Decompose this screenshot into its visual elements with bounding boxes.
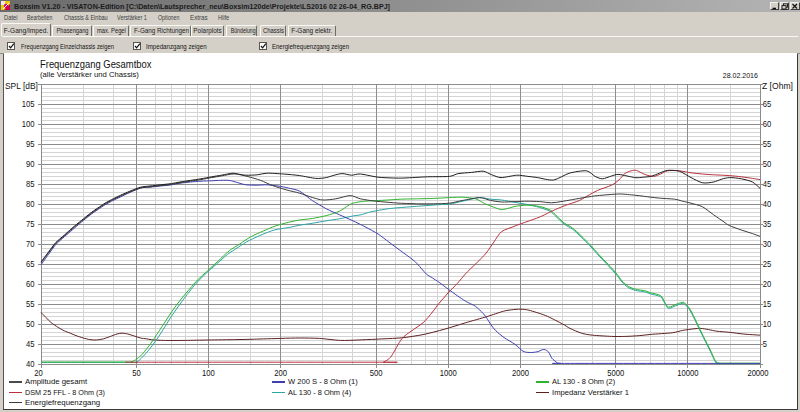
svg-text:85: 85 xyxy=(26,179,35,189)
svg-text:5: 5 xyxy=(763,339,767,349)
svg-text:10: 10 xyxy=(763,319,772,329)
svg-text:20000: 20000 xyxy=(747,368,768,378)
svg-text:70: 70 xyxy=(26,239,35,249)
svg-text:105: 105 xyxy=(22,99,35,109)
svg-text:60: 60 xyxy=(26,279,35,289)
svg-text:5000: 5000 xyxy=(607,368,624,378)
svg-text:55: 55 xyxy=(763,139,772,149)
svg-text:95: 95 xyxy=(26,139,35,149)
svg-text:15: 15 xyxy=(763,299,772,309)
svg-text:50: 50 xyxy=(763,159,772,169)
svg-text:25: 25 xyxy=(763,259,772,269)
svg-text:1000: 1000 xyxy=(440,368,457,378)
svg-text:Impedanz Verstärker 1: Impedanz Verstärker 1 xyxy=(552,387,629,396)
svg-text:65: 65 xyxy=(763,99,772,109)
svg-text:(alle Verstärker und Chassis): (alle Verstärker und Chassis) xyxy=(40,70,139,79)
svg-text:Z [Ohm]: Z [Ohm] xyxy=(762,81,793,91)
svg-text:AL 130 - 8 Ohm (2): AL 130 - 8 Ohm (2) xyxy=(552,377,616,386)
svg-text:SPL [dB]: SPL [dB] xyxy=(5,81,38,91)
svg-text:28.02.2016: 28.02.2016 xyxy=(723,71,758,81)
svg-text:55: 55 xyxy=(26,299,35,309)
svg-text:50: 50 xyxy=(132,368,141,378)
svg-text:20: 20 xyxy=(763,279,772,289)
svg-text:500: 500 xyxy=(370,368,383,378)
svg-text:80: 80 xyxy=(26,199,35,209)
svg-text:100: 100 xyxy=(202,368,215,378)
svg-text:Amplitude gesamt: Amplitude gesamt xyxy=(25,377,88,386)
svg-text:40: 40 xyxy=(26,359,35,369)
svg-text:60: 60 xyxy=(763,119,772,129)
svg-text:Energiefrequenzgang: Energiefrequenzgang xyxy=(25,398,100,407)
svg-text:DSM 25 FFL - 8 Ohm (3): DSM 25 FFL - 8 Ohm (3) xyxy=(25,387,105,396)
svg-text:75: 75 xyxy=(26,219,35,229)
svg-text:45: 45 xyxy=(26,339,35,349)
svg-text:200: 200 xyxy=(274,368,287,378)
svg-text:90: 90 xyxy=(26,159,35,169)
svg-text:Frequenzgang Gesamtbox: Frequenzgang Gesamtbox xyxy=(40,58,152,69)
svg-text:2000: 2000 xyxy=(512,368,529,378)
svg-text:45: 45 xyxy=(763,179,772,189)
svg-text:65: 65 xyxy=(26,259,35,269)
svg-text:50: 50 xyxy=(26,319,35,329)
svg-text:35: 35 xyxy=(763,219,772,229)
svg-text:30: 30 xyxy=(763,239,772,249)
svg-text:AL 130 - 8 Ohm (4): AL 130 - 8 Ohm (4) xyxy=(288,387,352,396)
svg-text:W 200 S - 8 Ohm (1): W 200 S - 8 Ohm (1) xyxy=(288,377,358,386)
svg-text:100: 100 xyxy=(22,119,35,129)
svg-text:40: 40 xyxy=(763,199,772,209)
svg-text:20: 20 xyxy=(34,368,43,378)
svg-text:10000: 10000 xyxy=(677,368,698,378)
